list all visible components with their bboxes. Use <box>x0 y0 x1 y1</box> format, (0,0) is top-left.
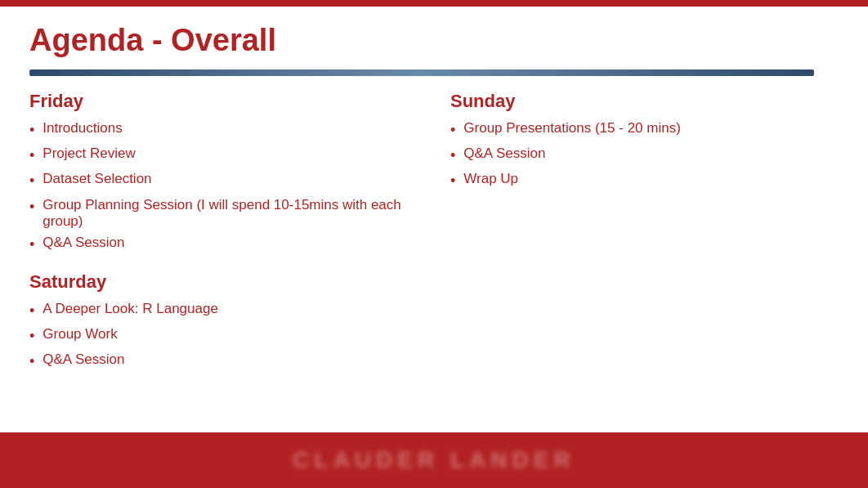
list-item: Introductions <box>29 120 418 141</box>
list-item: A Deeper Look: R Language <box>29 301 418 321</box>
list-item: Project Review <box>29 146 418 166</box>
divider <box>29 69 814 76</box>
friday-heading: Friday <box>29 91 418 112</box>
slide-title: Agenda - Overall <box>29 23 839 58</box>
bottom-bar: CLAUDER LANDER <box>0 432 868 488</box>
slide-container: Agenda - Overall Friday Introductions Pr… <box>0 0 868 488</box>
list-item: Group Work <box>29 326 418 347</box>
list-item: Q&A Session <box>450 146 839 166</box>
list-item: Dataset Selection <box>29 171 418 191</box>
top-bar <box>0 0 868 7</box>
columns: Friday Introductions Project Review Data… <box>29 91 839 424</box>
content-area: Agenda - Overall Friday Introductions Pr… <box>0 7 868 432</box>
saturday-list: A Deeper Look: R Language Group Work Q&A… <box>29 301 418 373</box>
sunday-heading: Sunday <box>450 91 839 112</box>
list-item: Q&A Session <box>29 351 418 372</box>
column-right: Sunday Group Presentations (15 - 20 mins… <box>442 91 839 424</box>
sunday-list: Group Presentations (15 - 20 mins) Q&A S… <box>450 120 839 192</box>
bottom-bar-text: CLAUDER LANDER <box>293 447 575 473</box>
list-item: Group Planning Session (I will spend 10-… <box>29 197 418 230</box>
list-item: Wrap Up <box>450 171 839 191</box>
saturday-heading: Saturday <box>29 271 418 293</box>
list-item: Group Presentations (15 - 20 mins) <box>450 120 839 141</box>
friday-list: Introductions Project Review Dataset Sel… <box>29 120 418 255</box>
column-left: Friday Introductions Project Review Data… <box>29 91 442 424</box>
list-item: Q&A Session <box>29 235 418 255</box>
